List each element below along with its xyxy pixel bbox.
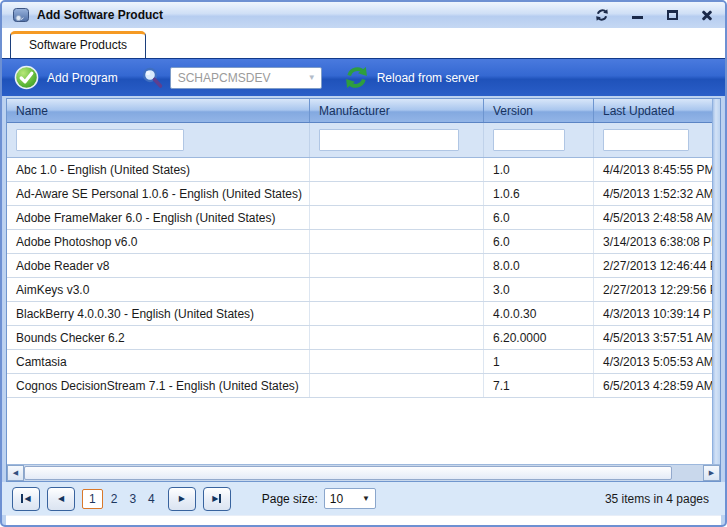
grid-cell-name[interactable]: Bounds Checker 6.2	[7, 326, 310, 349]
grid-cell-name[interactable]: Cognos DecisionStream 7.1 - English (Uni…	[7, 374, 310, 397]
window-controls	[594, 8, 715, 22]
table-row[interactable]: Ad-Aware SE Personal 1.0.6 - English (Un…	[7, 182, 720, 206]
table-row[interactable]: Cognos DecisionStream 7.1 - English (Uni…	[7, 374, 720, 398]
grid-cell-name[interactable]: Ad-Aware SE Personal 1.0.6 - English (Un…	[7, 182, 310, 205]
grid-cell-manufacturer[interactable]	[310, 350, 484, 373]
filter-cell-version	[484, 123, 594, 157]
pager-page-4[interactable]: 4	[142, 490, 161, 508]
grid-filter-row	[7, 123, 720, 158]
reload-label: Reload from server	[377, 71, 479, 85]
tab-label: Software Products	[29, 38, 127, 52]
horizontal-scrollbar[interactable]: ◀ ▶	[7, 464, 720, 481]
column-header-version[interactable]: Version	[484, 99, 594, 122]
first-page-arrow-icon: ◀	[24, 494, 30, 503]
table-row[interactable]: Camtasia14/3/2013 5:05:53 AM	[7, 350, 720, 374]
maximize-button[interactable]	[664, 8, 680, 22]
grid-cell-manufacturer[interactable]	[310, 278, 484, 301]
grid-cell-last_updated[interactable]: 4/3/2013 5:05:53 AM	[594, 350, 712, 373]
filter-input-last-updated[interactable]	[603, 129, 689, 151]
grid-cell-version[interactable]: 8.0.0	[484, 254, 594, 277]
grid-cell-manufacturer[interactable]	[310, 374, 484, 397]
table-row[interactable]: AimKeys v3.03.02/27/2013 12:29:56 PM	[7, 278, 720, 302]
page-size-combobox[interactable]: 10 ▼	[324, 488, 376, 509]
grid-cell-version[interactable]: 7.1	[484, 374, 594, 397]
grid-cell-manufacturer[interactable]	[310, 158, 484, 181]
tab-software-products[interactable]: Software Products	[10, 31, 146, 58]
grid-cell-manufacturer[interactable]	[310, 206, 484, 229]
vertical-scrollbar[interactable]	[712, 99, 720, 464]
grid-rows: Abc 1.0 - English (United States)1.04/4/…	[7, 158, 720, 398]
table-row[interactable]: BlackBerry 4.0.0.30 - English (United St…	[7, 302, 720, 326]
scroll-right-icon[interactable]: ▶	[703, 465, 720, 481]
grid-cell-version[interactable]: 1	[484, 350, 594, 373]
grid-cell-name[interactable]: AimKeys v3.0	[7, 278, 310, 301]
grid-cell-manufacturer[interactable]	[310, 302, 484, 325]
grid-cell-manufacturer[interactable]	[310, 254, 484, 277]
grid-cell-name[interactable]: Camtasia	[7, 350, 310, 373]
prev-page-button[interactable]: ◀	[47, 487, 75, 511]
grid-cell-last_updated[interactable]: 3/14/2013 6:38:08 PM	[594, 230, 712, 253]
grid-header-row: Name Manufacturer Version Last Updated	[7, 99, 720, 123]
prev-page-icon: ◀	[58, 494, 64, 503]
reload-button[interactable]: Reload from server	[344, 65, 479, 90]
table-row[interactable]: Adobe Photoshop v6.06.03/14/2013 6:38:08…	[7, 230, 720, 254]
reload-icon	[344, 65, 369, 90]
grid-cell-version[interactable]: 1.0	[484, 158, 594, 181]
grid-cell-version[interactable]: 6.0	[484, 230, 594, 253]
grid-cell-name[interactable]: Abc 1.0 - English (United States)	[7, 158, 310, 181]
grid-cell-last_updated[interactable]: 4/5/2013 3:57:51 AM	[594, 326, 712, 349]
table-row[interactable]: Adobe FrameMaker 6.0 - English (United S…	[7, 206, 720, 230]
software-grid: Name Manufacturer Version Last Updated A…	[6, 98, 721, 482]
scroll-track[interactable]	[672, 465, 703, 481]
grid-empty-area	[7, 398, 720, 464]
table-row[interactable]: Abc 1.0 - English (United States)1.04/4/…	[7, 158, 720, 182]
table-row[interactable]: Adobe Reader v88.0.02/27/2013 12:46:44 P…	[7, 254, 720, 278]
last-page-button[interactable]: ▶	[203, 487, 231, 511]
grid-cell-last_updated[interactable]: 4/5/2013 2:48:58 AM	[594, 206, 712, 229]
filter-input-version[interactable]	[493, 129, 565, 151]
table-row[interactable]: Bounds Checker 6.26.20.00004/5/2013 3:57…	[7, 326, 720, 350]
grid-cell-name[interactable]: Adobe Photoshop v6.0	[7, 230, 310, 253]
grid-cell-version[interactable]: 6.20.0000	[484, 326, 594, 349]
window-title: Add Software Product	[37, 8, 163, 22]
filter-input-manufacturer[interactable]	[319, 129, 459, 151]
filter-input-name[interactable]	[16, 129, 184, 151]
pager-page-1[interactable]: 1	[82, 489, 103, 509]
grid-cell-name[interactable]: BlackBerry 4.0.0.30 - English (United St…	[7, 302, 310, 325]
grid-cell-manufacturer[interactable]	[310, 230, 484, 253]
close-button[interactable]	[699, 8, 715, 22]
search-icon	[140, 66, 164, 90]
pager-page-3[interactable]: 3	[123, 490, 142, 508]
minimize-button[interactable]	[629, 8, 645, 22]
page-number-list: 1234	[82, 489, 161, 509]
horizontal-scroll-thumb[interactable]	[24, 466, 672, 480]
server-combobox[interactable]: SCHAPCMSDEV ▼	[170, 67, 322, 89]
grid-cell-version[interactable]: 6.0	[484, 206, 594, 229]
grid-cell-last_updated[interactable]: 2/27/2013 12:46:44 PM	[594, 254, 712, 277]
grid-cell-name[interactable]: Adobe Reader v8	[7, 254, 310, 277]
sync-icon[interactable]	[594, 8, 610, 22]
grid-cell-name[interactable]: Adobe FrameMaker 6.0 - English (United S…	[7, 206, 310, 229]
scroll-left-icon[interactable]: ◀	[7, 465, 24, 481]
grid-cell-last_updated[interactable]: 4/4/2013 8:45:55 PM	[594, 158, 712, 181]
next-page-button[interactable]: ▶	[168, 487, 196, 511]
pager-page-2[interactable]: 2	[105, 490, 124, 508]
grid-cell-last_updated[interactable]: 4/3/2013 10:39:14 PM	[594, 302, 712, 325]
grid-cell-manufacturer[interactable]	[310, 326, 484, 349]
page-size-value: 10	[330, 492, 362, 506]
titlebar[interactable]: Add Software Product	[2, 2, 725, 28]
next-page-icon: ▶	[179, 494, 185, 503]
column-header-last-updated[interactable]: Last Updated	[594, 99, 712, 122]
first-page-button[interactable]: ◀	[12, 487, 40, 511]
grid-cell-last_updated[interactable]: 4/5/2013 1:52:32 AM	[594, 182, 712, 205]
grid-cell-version[interactable]: 1.0.6	[484, 182, 594, 205]
grid-cell-version[interactable]: 4.0.0.30	[484, 302, 594, 325]
column-header-manufacturer[interactable]: Manufacturer	[310, 99, 484, 122]
grid-cell-last_updated[interactable]: 2/27/2013 12:29:56 PM	[594, 278, 712, 301]
add-program-button[interactable]: Add Program	[14, 65, 118, 90]
grid-cell-version[interactable]: 3.0	[484, 278, 594, 301]
grid-cell-last_updated[interactable]: 6/5/2013 4:28:59 AM	[594, 374, 712, 397]
grid-cell-manufacturer[interactable]	[310, 182, 484, 205]
tab-strip: Software Products	[2, 28, 725, 58]
column-header-name[interactable]: Name	[7, 99, 310, 122]
